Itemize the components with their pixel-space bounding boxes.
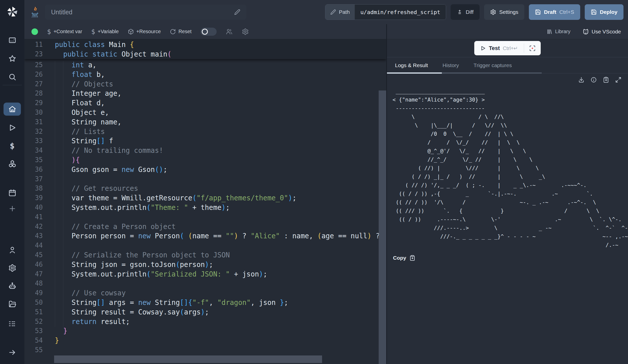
sidebar-item-folders[interactable] bbox=[0, 298, 24, 310]
windmill-logo[interactable] bbox=[6, 6, 19, 18]
code-line[interactable]: 49 // Use cowsay bbox=[24, 288, 386, 298]
code-line[interactable]: 52 return result; bbox=[24, 317, 386, 327]
code-line[interactable]: 44 bbox=[24, 241, 386, 250]
reset-icon bbox=[170, 29, 176, 35]
sidebar-item-workers[interactable] bbox=[0, 280, 24, 292]
library-button[interactable]: Library bbox=[546, 29, 570, 35]
sidebar-item-favorites[interactable] bbox=[0, 53, 24, 65]
line-number: 30 bbox=[24, 108, 43, 117]
code-line[interactable]: 28 Integer age, bbox=[24, 89, 386, 98]
code-line[interactable]: 39 var theme = Wmill.getResource("f/app_… bbox=[24, 193, 386, 203]
reset-button[interactable]: Reset bbox=[170, 29, 191, 35]
tab-logs-result[interactable]: Logs & Result bbox=[395, 62, 428, 68]
line-number: 54 bbox=[24, 336, 43, 345]
edit-title-pencil-icon[interactable] bbox=[234, 9, 240, 15]
gear-icon bbox=[490, 9, 496, 15]
add-context-var-button[interactable]: $ +Context var bbox=[47, 28, 82, 35]
sticky-scroll-lines[interactable]: 11public class Main {23 public static Ob… bbox=[24, 39, 386, 59]
line-number: 49 bbox=[24, 288, 43, 298]
sidebar-item-user[interactable] bbox=[0, 244, 24, 256]
diff-button[interactable]: Diff bbox=[451, 4, 480, 20]
info-icon[interactable] bbox=[591, 77, 597, 83]
sidebar-item-settings[interactable] bbox=[0, 262, 24, 274]
result-output[interactable]: ____________________________ < {"name":"… bbox=[392, 87, 628, 249]
code-line[interactable]: 43 Person person = new Person( (name == … bbox=[24, 231, 386, 241]
path-value[interactable]: u/admin/refreshed_script bbox=[355, 5, 446, 20]
code-line[interactable]: 23 public static Object main( bbox=[24, 50, 386, 59]
sidebar-expand[interactable] bbox=[0, 346, 24, 358]
expand-icon[interactable] bbox=[615, 77, 621, 83]
settings-label: Settings bbox=[499, 9, 518, 15]
tab-trigger-captures[interactable]: Trigger captures bbox=[474, 62, 512, 68]
draft-button[interactable]: Draft Ctrl+S bbox=[529, 4, 580, 20]
sidebar-item-variables[interactable]: $ bbox=[0, 140, 24, 152]
code-line[interactable]: 48 bbox=[24, 279, 386, 288]
copy-result-button[interactable]: Copy bbox=[393, 255, 628, 261]
code-line[interactable]: 54} bbox=[24, 336, 386, 345]
sidebar-item-home[interactable] bbox=[4, 103, 21, 116]
result-tabs: Logs & Result History Trigger captures bbox=[387, 57, 628, 73]
deploy-button[interactable]: Deploy bbox=[585, 4, 623, 20]
line-number: 29 bbox=[24, 98, 43, 108]
sidebar-item-apps[interactable] bbox=[0, 34, 24, 46]
code-line[interactable]: 47 System.out.println("Serialized JSON: … bbox=[24, 269, 386, 279]
code-line[interactable]: 31 String name, bbox=[24, 117, 386, 127]
sidebar-item-logs[interactable] bbox=[0, 318, 24, 330]
path-group[interactable]: Path u/admin/refreshed_script bbox=[325, 4, 446, 20]
line-number: 34 bbox=[24, 146, 43, 155]
settings-button[interactable]: Settings bbox=[484, 4, 524, 20]
clipboard-copy-icon[interactable] bbox=[603, 77, 609, 83]
code-line[interactable]: 25 int a, bbox=[24, 60, 386, 70]
code-line[interactable]: 53 } bbox=[24, 326, 386, 336]
test-button[interactable]: Test Ctrl+↵ bbox=[474, 41, 524, 55]
code-line[interactable]: 46 String json = gson.toJson(person); bbox=[24, 260, 386, 269]
code-line[interactable]: 32 // Lists bbox=[24, 127, 386, 136]
editor-vertical-scrollbar[interactable] bbox=[379, 90, 386, 364]
sidebar-item-create[interactable] bbox=[0, 203, 24, 215]
path-label-segment[interactable]: Path bbox=[325, 5, 355, 20]
download-icon[interactable] bbox=[578, 77, 584, 83]
code-line[interactable]: 40 System.out.println("Theme: " + theme)… bbox=[24, 203, 386, 212]
code-line[interactable]: 30 Object e, bbox=[24, 108, 386, 117]
code-line[interactable]: 42 // Create a Person object bbox=[24, 222, 386, 232]
mode-toggle[interactable] bbox=[201, 28, 217, 36]
line-number: 42 bbox=[24, 222, 43, 232]
code-line[interactable]: 33 String[] f bbox=[24, 136, 386, 146]
capture-button[interactable] bbox=[524, 41, 541, 55]
sidebar-item-schedules[interactable] bbox=[0, 187, 24, 199]
sidebar-item-search[interactable] bbox=[0, 71, 24, 83]
code-line[interactable]: 38 // Get resources bbox=[24, 184, 386, 193]
code-line[interactable]: 35 ){ bbox=[24, 155, 386, 165]
code-line[interactable]: 50 String[] args = new String[]{"-f", "d… bbox=[24, 298, 386, 307]
sidebar-item-runs[interactable] bbox=[0, 122, 24, 134]
code-line[interactable]: 41 bbox=[24, 212, 386, 222]
tab-history[interactable]: History bbox=[443, 62, 459, 68]
code-line[interactable]: 34 // No trailing commas! bbox=[24, 146, 386, 155]
code-line[interactable]: 55 bbox=[24, 345, 386, 355]
sidebar: $ bbox=[0, 0, 24, 364]
dollar-icon: $ bbox=[47, 28, 51, 35]
editor-horizontal-scrollbar[interactable] bbox=[54, 355, 322, 363]
code-line[interactable]: 36 Gson gson = new Gson(); bbox=[24, 165, 386, 174]
code-line[interactable]: 51 String result = Cowsay.say(args); bbox=[24, 307, 386, 317]
sidebar-item-resources[interactable] bbox=[0, 158, 24, 170]
code-line[interactable]: 29 Float d, bbox=[24, 98, 386, 108]
shared-users-button[interactable] bbox=[226, 28, 233, 35]
line-number: 45 bbox=[24, 250, 43, 260]
code-line[interactable]: 27 // Objects bbox=[24, 79, 386, 89]
add-variable-button[interactable]: $ +Variable bbox=[91, 28, 119, 35]
code-line[interactable]: 45 // Serialize the Person object to JSO… bbox=[24, 250, 386, 260]
code-editor[interactable]: 25 int a,26 float b,27 // Objects28 Inte… bbox=[24, 39, 386, 364]
tabs-scrollbar[interactable] bbox=[442, 72, 542, 74]
add-resource-button[interactable]: +Resource bbox=[128, 29, 161, 35]
code-line[interactable]: 11public class Main { bbox=[24, 40, 386, 50]
code-line[interactable]: 26 float b, bbox=[24, 70, 386, 79]
script-title-input[interactable]: Untitled bbox=[45, 5, 246, 20]
use-vscode-button[interactable]: Use VScode bbox=[582, 28, 621, 35]
code-lines[interactable]: 25 int a,26 float b,27 // Objects28 Inte… bbox=[24, 60, 386, 355]
line-number: 46 bbox=[24, 260, 43, 269]
line-number: 52 bbox=[24, 317, 43, 327]
editor-settings-button[interactable] bbox=[242, 28, 249, 35]
code-line[interactable]: 37 bbox=[24, 174, 386, 184]
toggle-knob bbox=[202, 29, 208, 35]
